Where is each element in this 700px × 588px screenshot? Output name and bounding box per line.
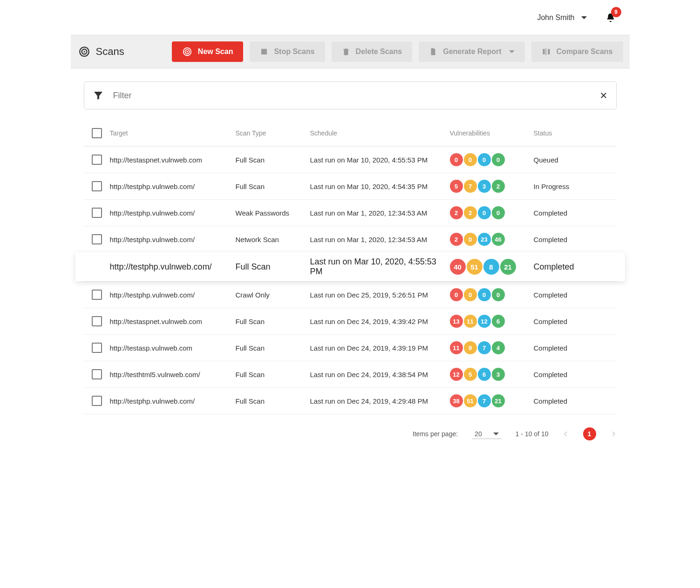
user-menu[interactable]: John Smith [537, 14, 586, 22]
filter-input[interactable] [112, 90, 591, 101]
table-row[interactable]: http://testaspnet.vulnweb.comFull ScanLa… [84, 146, 617, 173]
table-row[interactable]: http://testphp.vulnweb.com/Full ScanLast… [84, 387, 617, 414]
vuln-high: 51 [467, 259, 483, 275]
cell-schedule: Last run on Mar 1, 2020, 12:34:53 AM [310, 236, 450, 243]
cell-target: http://testphp.vulnweb.com/ [110, 397, 236, 405]
vuln-high: 9 [464, 341, 477, 354]
cell-vulnerabilities: 4051821 [450, 259, 534, 275]
table-row[interactable]: http://testasp.vulnweb.comFull ScanLast … [84, 334, 617, 361]
items-per-page-value: 20 [475, 430, 482, 438]
next-page-button[interactable] [610, 429, 617, 439]
table-row[interactable]: http://testphp.vulnweb.com/Weak Password… [84, 199, 617, 226]
row-checkbox[interactable] [92, 396, 102, 406]
cell-scan-type: Crawl Only [236, 291, 310, 299]
vuln-low: 21 [500, 259, 516, 275]
table-header: Target Scan Type Schedule Vulnerabilitie… [84, 121, 617, 146]
select-all-checkbox[interactable] [92, 128, 102, 138]
cell-status: Completed [534, 318, 617, 325]
cell-schedule: Last run on Dec 24, 2019, 4:39:42 PM [310, 318, 450, 325]
cell-schedule: Last run on Mar 10, 2020, 4:55:53 PM [310, 156, 450, 164]
vuln-medium: 0 [478, 288, 491, 301]
stop-scans-label: Stop Scans [274, 47, 314, 56]
table-row[interactable]: http://testphp.vulnweb.com/Full ScanLast… [84, 173, 617, 199]
new-scan-button[interactable]: New Scan [172, 41, 244, 62]
generate-report-label: Generate Report [443, 47, 501, 56]
cell-vulnerabilities: 3851721 [450, 394, 534, 407]
delete-scans-button[interactable]: Delete Scans [332, 41, 413, 62]
row-checkbox[interactable] [92, 181, 102, 191]
svg-point-2 [83, 51, 85, 52]
compare-scans-button[interactable]: Compare Scans [531, 41, 623, 62]
cell-target: http://testaspnet.vulnweb.com [110, 156, 236, 164]
table-row[interactable]: http://testphp.vulnweb.com/Full ScanLast… [75, 252, 625, 281]
cell-status: Completed [534, 209, 617, 217]
vuln-medium: 0 [478, 206, 491, 219]
filter-clear-button[interactable] [599, 91, 608, 100]
file-icon [429, 47, 437, 56]
cell-schedule: Last run on Dec 25, 2019, 5:26:51 PM [310, 291, 450, 299]
col-vulnerabilities: Vulnerabilities [450, 129, 534, 137]
caret-down-icon [509, 50, 515, 53]
row-checkbox[interactable] [92, 290, 102, 300]
chevron-left-icon [563, 429, 569, 439]
vuln-low: 0 [492, 206, 505, 219]
filter-icon [93, 90, 104, 101]
table-row[interactable]: http://testaspnet.vulnweb.comFull ScanLa… [84, 308, 617, 334]
vuln-high: 51 [464, 394, 477, 407]
stop-icon [260, 47, 268, 56]
cell-vulnerabilities: 0000 [450, 288, 534, 301]
page-title-block: Scans [77, 46, 124, 58]
cell-status: Queued [534, 156, 617, 164]
cell-scan-type: Weak Passwords [236, 209, 310, 217]
cell-vulnerabilities: 11974 [450, 341, 534, 354]
items-per-page-select[interactable]: 20 [472, 429, 502, 439]
pagination: Items per page: 20 1 - 10 of 10 1 [71, 419, 630, 459]
notifications-button[interactable]: 9 [605, 13, 616, 23]
delete-scans-label: Delete Scans [356, 47, 402, 56]
user-name: John Smith [537, 14, 574, 22]
cell-target: http://testphp.vulnweb.com/ [110, 291, 236, 299]
compare-icon [542, 47, 551, 56]
cell-status: In Progress [534, 182, 617, 190]
row-checkbox[interactable] [92, 208, 102, 218]
vuln-medium: 3 [478, 180, 491, 193]
vuln-high: 0 [464, 288, 477, 301]
cell-target: http://testphp.vulnweb.com/ [110, 209, 236, 217]
vuln-medium: 0 [478, 153, 491, 166]
vuln-medium: 7 [478, 394, 491, 407]
prev-page-button[interactable] [563, 429, 569, 439]
scans-table: Target Scan Type Schedule Vulnerabilitie… [84, 121, 617, 414]
table-row[interactable]: http://testphp.vulnweb.com/Crawl OnlyLas… [84, 281, 617, 308]
row-checkbox[interactable] [92, 234, 102, 244]
col-scan-type: Scan Type [236, 129, 310, 137]
cell-scan-type: Full Scan [236, 397, 310, 405]
vuln-critical: 38 [450, 394, 463, 407]
cell-target: http://testphp.vulnweb.com/ [110, 182, 236, 190]
row-checkbox[interactable] [92, 369, 102, 379]
trash-icon [342, 47, 350, 56]
svg-rect-6 [261, 49, 267, 54]
cell-vulnerabilities: 2200 [450, 206, 534, 219]
cell-schedule: Last run on Dec 24, 2019, 4:38:54 PM [310, 371, 450, 378]
stop-scans-button[interactable]: Stop Scans [250, 41, 325, 62]
row-checkbox[interactable] [92, 343, 102, 353]
top-header: John Smith 9 [71, 0, 630, 35]
cell-status: Completed [534, 344, 617, 352]
vuln-high: 2 [464, 206, 477, 219]
cell-scan-type: Full Scan [236, 318, 310, 325]
cell-vulnerabilities: 202346 [450, 233, 534, 246]
row-checkbox[interactable] [92, 316, 102, 326]
vuln-medium: 23 [478, 233, 491, 246]
target-icon [78, 46, 90, 58]
generate-report-button[interactable]: Generate Report [419, 41, 524, 62]
table-row[interactable]: http://testphp.vulnweb.com/Network ScanL… [84, 226, 617, 252]
cell-status: Completed [534, 397, 617, 405]
vuln-low: 3 [492, 368, 505, 381]
vuln-critical: 2 [450, 206, 463, 219]
current-page[interactable]: 1 [583, 427, 596, 440]
cell-schedule: Last run on Mar 1, 2020, 12:34:53 AM [310, 209, 450, 217]
vuln-critical: 0 [450, 288, 463, 301]
table-row[interactable]: http://testhtml5.vulnweb.com/Full ScanLa… [84, 361, 617, 387]
row-checkbox[interactable] [92, 155, 102, 165]
vuln-low: 21 [492, 394, 505, 407]
